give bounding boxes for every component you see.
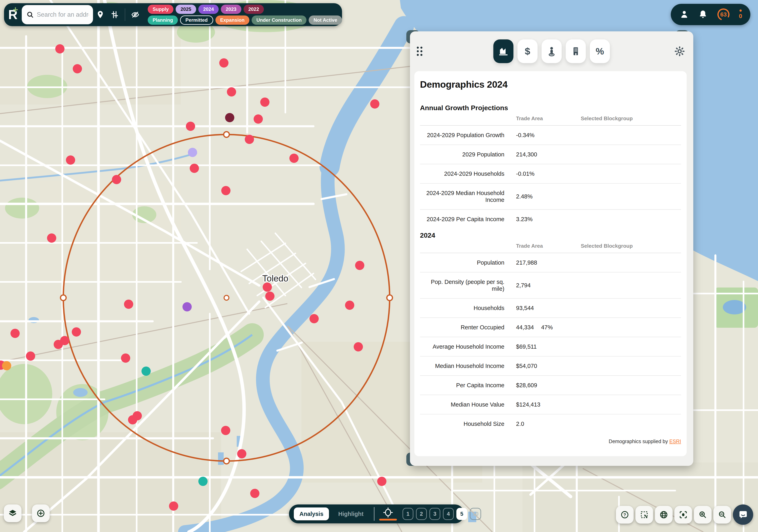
supply-dot-teal[interactable] xyxy=(198,477,208,486)
trade-area-handle-s[interactable] xyxy=(224,458,229,464)
supply-dot-pink[interactable] xyxy=(73,64,82,73)
radius-ring-tool[interactable] xyxy=(379,507,397,520)
supply-dot-pink[interactable] xyxy=(133,411,142,420)
supply-dot-pink[interactable] xyxy=(250,489,259,498)
row-value-extra: 47% xyxy=(541,324,553,331)
profile-button[interactable] xyxy=(679,9,689,20)
center-map-button[interactable] xyxy=(674,506,692,523)
supply-dot-maroon[interactable] xyxy=(225,113,234,122)
notifications-button[interactable] xyxy=(698,9,708,20)
supply-dot-orange[interactable] xyxy=(2,361,11,370)
supply-dot-pink[interactable] xyxy=(370,99,379,109)
filter-pill-under-construction[interactable]: Under Construction xyxy=(252,16,306,25)
trade-area-center-handle[interactable] xyxy=(224,295,229,300)
search-box[interactable] xyxy=(22,5,93,24)
hide-layers-button[interactable] xyxy=(128,8,143,22)
supply-dot-pink[interactable] xyxy=(245,135,254,144)
filter-pill-planning[interactable]: Planning xyxy=(148,16,178,25)
supply-dot-pink[interactable] xyxy=(169,501,178,511)
supply-dot-pink[interactable] xyxy=(72,327,81,337)
zoom-out-button[interactable] xyxy=(713,506,731,523)
filter-pill-2022[interactable]: 2022 xyxy=(244,5,264,14)
supply-dot-teal[interactable] xyxy=(142,367,151,376)
filter-pills: Supply2025202420232022 PlanningPermitted… xyxy=(148,5,342,25)
mode-highlight-button[interactable]: Highlight xyxy=(332,508,369,520)
supply-dot-pink[interactable] xyxy=(237,449,246,458)
tab-building[interactable] xyxy=(566,39,586,63)
help-button[interactable]: ? xyxy=(616,506,634,523)
supply-dot-pink[interactable] xyxy=(263,282,272,292)
supply-dot-pink[interactable] xyxy=(60,336,69,345)
radius-chip-2[interactable]: 2 xyxy=(416,508,427,520)
esri-link[interactable]: ESRI xyxy=(670,439,681,444)
supply-dot-pink[interactable] xyxy=(219,58,228,68)
location-pin-button[interactable] xyxy=(93,8,108,22)
supply-dot-pink[interactable] xyxy=(186,122,195,131)
radius-chip-4[interactable]: 4 xyxy=(443,508,454,520)
zoom-in-button[interactable] xyxy=(694,506,711,523)
supply-dot-pink[interactable] xyxy=(124,300,133,309)
supply-dot-pink[interactable] xyxy=(227,87,236,96)
radius-chip-5[interactable]: 5 xyxy=(456,508,467,520)
add-location-button[interactable] xyxy=(32,505,50,522)
basemap-globe-button[interactable] xyxy=(655,506,672,523)
supply-dot-pink[interactable] xyxy=(354,342,363,351)
chat-support-button[interactable] xyxy=(733,505,753,525)
table-header-row: Trade AreaSelected Blockgroup xyxy=(420,239,681,253)
radius-chip-3[interactable]: 3 xyxy=(430,508,440,520)
usage-progress-ring[interactable]: 63 xyxy=(716,7,731,22)
supply-dot-pink[interactable] xyxy=(121,353,130,363)
panel-drag-handle[interactable] xyxy=(417,47,422,56)
supply-dot-pink[interactable] xyxy=(290,154,299,163)
tab-percent[interactable]: % xyxy=(590,39,610,63)
supply-dot-pink[interactable] xyxy=(26,351,35,361)
demographics-card[interactable]: Demographics 2024 Annual Growth Projecti… xyxy=(414,71,687,456)
supply-dot-pink[interactable] xyxy=(260,97,269,107)
filter-settings-button[interactable] xyxy=(108,8,122,22)
supply-dot-pink[interactable] xyxy=(254,114,263,124)
filter-pill-supply[interactable]: Supply xyxy=(148,5,173,14)
app-logo[interactable]: R + xyxy=(4,8,22,21)
search-input[interactable] xyxy=(37,11,89,18)
table-row: Pop. Density (people per sq. mile)2,794 xyxy=(420,272,681,299)
mode-analysis-button[interactable]: Analysis xyxy=(294,508,329,520)
supply-dot-pink[interactable] xyxy=(265,292,274,301)
supply-dot-pink[interactable] xyxy=(55,44,64,53)
tab-dollar[interactable]: $ xyxy=(517,39,537,63)
trade-area-handle-n[interactable] xyxy=(224,132,229,137)
table-row: 2024-2029 Median Household Income2.48% xyxy=(420,184,681,210)
layers-button[interactable] xyxy=(4,505,21,522)
trade-area-handle-e[interactable] xyxy=(387,295,393,301)
supply-dot-lavender[interactable] xyxy=(188,148,197,157)
row-value-trade-area: 2.48% xyxy=(516,193,533,200)
row-label: Population xyxy=(420,259,504,266)
filter-pill-2024[interactable]: 2024 xyxy=(198,5,219,14)
radius-chip-10[interactable]: 10 xyxy=(470,508,481,520)
supply-dot-pink[interactable] xyxy=(377,477,387,486)
supply-dot-pink[interactable] xyxy=(309,314,319,323)
supply-dot-pink[interactable] xyxy=(11,329,20,338)
radius-chip-1[interactable]: 1 xyxy=(402,508,413,520)
supply-dot-pink[interactable] xyxy=(355,261,364,270)
notification-counter[interactable]: 0 xyxy=(739,10,742,19)
filter-pill-expansion[interactable]: Expansion xyxy=(216,16,249,25)
filter-pill-permitted[interactable]: Permitted xyxy=(180,16,213,25)
table-row: Renter Occupied44,33447% xyxy=(420,318,681,337)
tab-area-chart[interactable] xyxy=(493,39,513,63)
supply-dot-pink[interactable] xyxy=(345,301,354,310)
panel-settings-button[interactable] xyxy=(674,46,685,57)
filter-pill-not-active[interactable]: Not Active xyxy=(309,16,342,25)
select-area-button[interactable] xyxy=(636,506,653,523)
trade-area-handle-w[interactable] xyxy=(60,295,66,301)
supply-dot-pink[interactable] xyxy=(190,164,199,173)
supply-dot-pink[interactable] xyxy=(221,426,230,435)
supply-dot-pink[interactable] xyxy=(66,156,75,165)
supply-dot-pink[interactable] xyxy=(221,186,230,195)
filter-pill-2025[interactable]: 2025 xyxy=(176,5,196,14)
filter-pill-2023[interactable]: 2023 xyxy=(221,5,241,14)
supply-dot-purple[interactable] xyxy=(183,302,192,311)
dollar-icon: $ xyxy=(522,46,533,57)
supply-dot-pink[interactable] xyxy=(112,175,121,184)
supply-dot-pink[interactable] xyxy=(47,233,56,243)
tab-person-pin[interactable] xyxy=(541,39,562,63)
